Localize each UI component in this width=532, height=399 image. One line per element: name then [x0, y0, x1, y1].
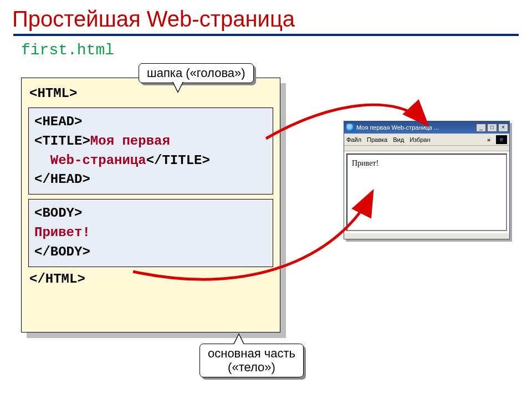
body-text: Привет!	[34, 225, 90, 240]
code-html-open: <HTML>	[29, 86, 272, 101]
browser-titlebar: Моя первая Web-страница ... _ □ ×	[344, 121, 509, 134]
browser-statusbar	[344, 233, 509, 239]
callout-body: основная часть («тело»)	[200, 344, 304, 377]
tag-body-close: </BODY>	[34, 244, 90, 259]
code-body-block: <BODY> Привет! </BODY>	[28, 199, 273, 267]
callout-body-line2: («тело»)	[208, 360, 295, 374]
window-minimize-button[interactable]: _	[476, 124, 486, 132]
tag-title-open: <TITLE>	[34, 134, 90, 149]
menu-view[interactable]: Вид	[393, 136, 404, 143]
menu-overflow-icon[interactable]: »	[487, 136, 490, 143]
browser-page-area: Привет!	[346, 154, 507, 231]
title-text-line1: Моя первая	[90, 134, 170, 149]
title-underline	[13, 34, 519, 36]
slide-title: Простейшая Web-страница	[12, 7, 520, 32]
menu-file[interactable]: Файл	[346, 136, 361, 143]
menu-edit[interactable]: Правка	[367, 136, 387, 143]
window-maximize-button[interactable]: □	[487, 124, 497, 132]
tag-title-close: </TITLE>	[146, 153, 210, 168]
tag-html-close: </HTML>	[29, 272, 85, 287]
page-content-text: Привет!	[352, 159, 378, 167]
tag-head-open: <HEAD>	[34, 114, 82, 129]
browser-window-title: Моя первая Web-страница ...	[356, 124, 475, 131]
code-box: <HTML> <HEAD> <TITLE>Моя первая Web-стра…	[21, 78, 280, 332]
code-container: <HTML> <HEAD> <TITLE>Моя первая Web-стра…	[21, 78, 287, 332]
title-text-line2: Web-страница	[50, 153, 146, 168]
code-head-block: <HEAD> <TITLE>Моя первая Web-страница</T…	[28, 108, 273, 195]
tag-head-close: </HEAD>	[34, 172, 90, 187]
code-html-close: </HTML>	[29, 272, 272, 287]
ie-logo-icon: e	[496, 135, 507, 144]
tag-html-open: <HTML>	[29, 86, 77, 101]
filename-label: first.html	[21, 42, 520, 59]
browser-toolbar	[344, 146, 509, 151]
ie-icon	[346, 124, 354, 131]
callout-body-line1: основная часть	[208, 346, 295, 360]
tag-body-open: <BODY>	[34, 206, 82, 221]
browser-menubar: Файл Правка Вид Избран » e	[344, 134, 509, 146]
browser-window: Моя первая Web-страница ... _ □ × Файл П…	[344, 121, 510, 239]
callout-head: шапка («голова»)	[139, 63, 254, 83]
menu-favorites[interactable]: Избран	[410, 136, 430, 143]
window-close-button[interactable]: ×	[498, 124, 508, 132]
